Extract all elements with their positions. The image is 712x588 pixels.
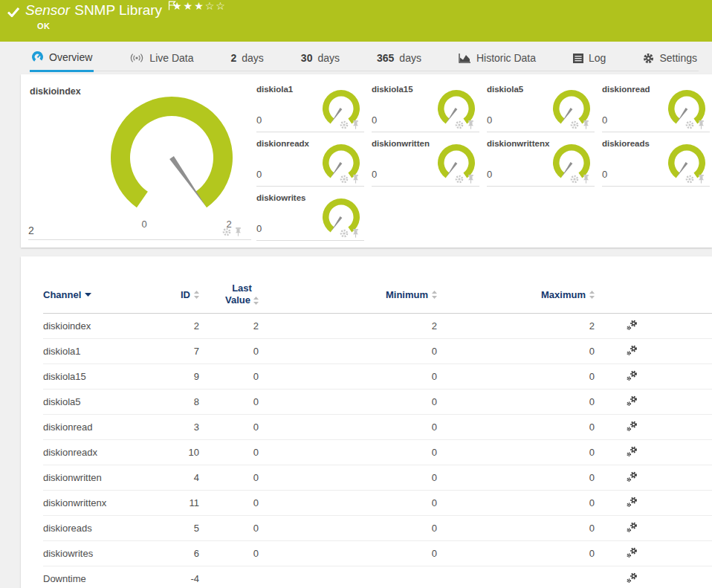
- tab-label: Historic Data: [476, 52, 536, 64]
- channel-maximum: 2: [437, 320, 595, 332]
- column-header-last-value[interactable]: Last Value: [199, 282, 259, 307]
- gauge-settings-gear-icon[interactable]: [570, 120, 579, 129]
- channel-last-value: 0: [199, 472, 259, 483]
- sort-updown-icon: [253, 297, 259, 305]
- sort-updown-icon: [194, 291, 199, 299]
- gauge-pin-icon[interactable]: [467, 120, 475, 129]
- tab-number: 365: [377, 52, 394, 64]
- tab-live-data[interactable]: Live Data: [128, 52, 195, 71]
- tab-log[interactable]: Log: [572, 52, 607, 71]
- channel-name[interactable]: diskiola5: [43, 396, 155, 407]
- channel-settings-gears-icon[interactable]: [626, 395, 638, 407]
- channels-panel: Channel ID Last Value: [21, 256, 712, 588]
- sensor-name: SNMP Library: [74, 2, 162, 18]
- star-icon[interactable]: ☆: [216, 0, 227, 12]
- table-row-diskionwrittenx: diskionwrittenx11000: [43, 491, 712, 516]
- historic-data-icon: [459, 53, 471, 63]
- gauge-current-value: 0: [487, 169, 492, 180]
- channel-settings-gears-icon[interactable]: [626, 471, 638, 483]
- star-icon[interactable]: ★: [172, 0, 184, 12]
- channel-maximum: 0: [437, 346, 595, 357]
- gauge-pin-icon[interactable]: [352, 120, 360, 129]
- log-icon: [573, 54, 583, 63]
- small-gauges-grid: diskiola10diskiola150diskiola50diskionre…: [256, 82, 705, 241]
- channel-name[interactable]: diskiola1: [43, 346, 155, 357]
- gauge-pin-icon[interactable]: [582, 120, 590, 129]
- gauge-settings-gear-icon[interactable]: [340, 120, 349, 129]
- channel-id: 2: [155, 320, 199, 332]
- status-ok-check-icon: [7, 7, 19, 20]
- channel-name[interactable]: diskioreads: [43, 523, 155, 534]
- channel-settings-gears-icon[interactable]: [626, 369, 638, 382]
- table-row-diskiola5: diskiola58000: [43, 390, 712, 415]
- star-icon[interactable]: ★: [194, 0, 205, 12]
- column-header-maximum[interactable]: Maximum: [437, 289, 595, 300]
- gauge-current-value: 0: [256, 114, 262, 126]
- channel-name[interactable]: Downtime: [43, 573, 155, 584]
- table-body: diskioindex2222diskiola17000diskiola1590…: [43, 314, 712, 588]
- gauge-settings-gear-icon[interactable]: [685, 120, 694, 129]
- tab-settings[interactable]: Settings: [641, 52, 699, 71]
- tab-30-days[interactable]: 30days: [300, 52, 341, 71]
- channel-id: 11: [155, 497, 199, 508]
- channel-maximum: 0: [437, 421, 595, 433]
- channel-last-value: 0: [199, 421, 259, 433]
- tab-365-days[interactable]: 365days: [375, 52, 423, 71]
- gauge-settings-gear-icon[interactable]: [340, 229, 349, 238]
- gauge-settings-gear-icon[interactable]: [685, 175, 694, 184]
- table-row-diskioindex: diskioindex2222: [43, 314, 712, 339]
- channel-settings-gears-icon[interactable]: [626, 445, 638, 458]
- channel-name[interactable]: diskiola15: [43, 371, 155, 382]
- gauge-pin-icon[interactable]: [582, 175, 590, 184]
- star-icon[interactable]: ☆: [205, 0, 216, 12]
- star-icon[interactable]: ★: [184, 0, 195, 12]
- gauge-tile-diskiola1: diskiola10: [256, 82, 364, 132]
- gauge-pin-icon[interactable]: [697, 175, 705, 184]
- gauge-settings-gear-icon[interactable]: [455, 120, 464, 129]
- gauge-title: diskionread: [602, 85, 650, 94]
- channel-name[interactable]: diskionwritten: [43, 472, 155, 483]
- channel-name[interactable]: diskionread: [43, 421, 155, 433]
- gauge-current-value: 0: [256, 169, 262, 180]
- channel-maximum: 0: [437, 371, 595, 382]
- gauge-pin-icon[interactable]: [234, 227, 242, 236]
- channel-settings-gears-icon[interactable]: [626, 546, 638, 559]
- gauge-pin-icon[interactable]: [352, 175, 360, 184]
- gauges-panel: diskioindex 0 2 2 diskiola10diskiola150d…: [21, 74, 712, 248]
- channel-settings-gears-icon[interactable]: [626, 521, 638, 534]
- gauge-settings-gear-icon[interactable]: [222, 227, 231, 236]
- tab-overview[interactable]: Overview: [30, 51, 94, 72]
- tab-bar: OverviewLive Data2days30days365daysHisto…: [30, 46, 699, 71]
- channel-settings-gears-icon[interactable]: [626, 420, 638, 433]
- channel-settings-gears-icon[interactable]: [626, 319, 638, 332]
- channel-name[interactable]: diskionreadx: [43, 447, 155, 458]
- channel-last-value: 0: [199, 548, 259, 559]
- column-header-minimum[interactable]: Minimum: [259, 289, 437, 300]
- priority-stars[interactable]: ★★★☆☆: [172, 0, 227, 12]
- channel-name[interactable]: diskiowrites: [43, 548, 155, 559]
- tab-historic-data[interactable]: Historic Data: [457, 52, 537, 71]
- gauge-settings-gear-icon[interactable]: [340, 175, 349, 184]
- column-header-channel[interactable]: Channel: [43, 289, 155, 300]
- column-header-id[interactable]: ID: [155, 289, 199, 300]
- channel-id: 10: [155, 447, 199, 458]
- channel-name[interactable]: diskioindex: [43, 320, 155, 332]
- gauge-pin-icon[interactable]: [467, 175, 475, 184]
- gauge-settings-gear-icon[interactable]: [455, 175, 464, 184]
- gauge-settings-gear-icon[interactable]: [570, 175, 579, 184]
- channel-id: 9: [155, 371, 199, 382]
- channel-last-value: 0: [199, 396, 259, 407]
- gauge-tile-main: diskioindex 0 2 2: [28, 80, 251, 240]
- channel-name[interactable]: diskionwrittenx: [43, 497, 155, 508]
- channel-settings-gears-icon[interactable]: [626, 344, 638, 357]
- channel-settings-gears-icon[interactable]: [626, 572, 638, 584]
- channel-id: -4: [155, 573, 199, 584]
- sort-caret-down-icon: [85, 293, 91, 297]
- gauge-pin-icon[interactable]: [352, 229, 360, 238]
- gauge-current-value: 0: [372, 114, 377, 126]
- channel-minimum: 0: [259, 421, 437, 433]
- channel-settings-gears-icon[interactable]: [626, 496, 638, 508]
- gauge-pin-icon[interactable]: [697, 120, 705, 129]
- tab-2-days[interactable]: 2days: [229, 52, 265, 71]
- gauge-title: diskionwrittenx: [487, 139, 549, 148]
